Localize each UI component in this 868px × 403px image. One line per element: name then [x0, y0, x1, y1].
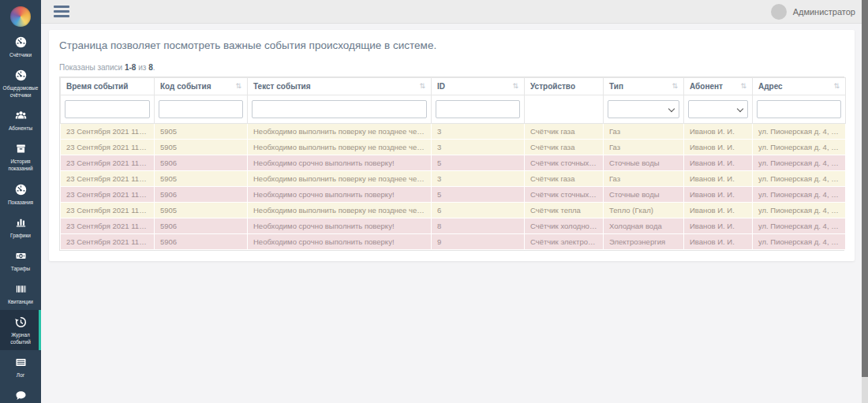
table-cell: Тепло (Гкал)	[604, 203, 684, 218]
sort-icon[interactable]: ⇅	[419, 82, 425, 90]
filter-cell	[248, 95, 432, 124]
scrollbar-track[interactable]	[862, 0, 868, 403]
filter-select-wrap	[608, 100, 679, 118]
column-header[interactable]: ⇅Текст события	[248, 78, 432, 95]
filter-select[interactable]	[608, 100, 679, 118]
sidebar-item[interactable]: Квитанции	[0, 277, 41, 310]
sidebar-item-label: Тарифы	[11, 265, 31, 272]
table-cell: 9	[432, 234, 525, 250]
table-cell: Иванов И. И.	[684, 124, 753, 140]
table-row: 23 Сентября 2021 11:07:305906Необходимо …	[61, 187, 846, 203]
table-cell: 23 Сентября 2021 11:07:27	[61, 171, 155, 187]
log-icon	[14, 356, 28, 369]
table-cell: Иванов И. И.	[684, 155, 753, 171]
table-cell: Счётчик газа	[525, 124, 604, 140]
table-cell: Иванов И. И.	[684, 218, 753, 234]
column-header[interactable]: ⇅ID	[432, 78, 525, 95]
user-name: Администратор	[793, 7, 855, 17]
sidebar-item[interactable]: Абоненты	[0, 103, 41, 136]
table-cell: Счётчик холодной воды	[525, 218, 604, 234]
table-cell: Иванов И. И.	[684, 171, 753, 187]
table-cell: Необходимо срочно выполнить поверку!	[248, 187, 432, 203]
events-table: Время событий⇅Код события⇅Текст события⇅…	[60, 77, 846, 250]
table-cell: Газ	[604, 171, 684, 187]
table-cell: Необходимо срочно выполнить поверку!	[248, 218, 432, 234]
sort-icon[interactable]: ⇅	[235, 82, 241, 90]
table-cell: 3	[432, 140, 525, 155]
table-cell: 5905	[155, 140, 248, 155]
column-header-label: Адрес	[758, 82, 783, 91]
table-row: 23 Сентября 2021 11:13:445906Необходимо …	[61, 218, 846, 234]
sidebar-item[interactable]: Чат	[0, 383, 41, 403]
filter-cell	[684, 95, 753, 124]
table-cell: Сточные воды	[604, 187, 684, 203]
page-title: Страница позволяет посмотреть важные соб…	[59, 39, 844, 51]
menu-toggle-icon[interactable]	[54, 6, 69, 17]
sidebar-item[interactable]: Счётчики	[0, 30, 41, 63]
table-row: 23 Сентября 2021 11:13:565906Необходимо …	[61, 234, 846, 250]
column-header[interactable]: ⇅Абонент	[684, 78, 753, 95]
filter-input[interactable]	[252, 100, 427, 118]
table-cell: Необходимо срочно выполнить поверку!	[248, 155, 432, 171]
topbar: Администратор	[41, 0, 868, 24]
sidebar-item[interactable]: Показания	[0, 177, 41, 211]
content-card: Страница позволяет посмотреть важные соб…	[49, 30, 855, 261]
filter-input[interactable]	[159, 100, 243, 118]
app-logo-icon[interactable]	[10, 6, 31, 27]
column-header-label: Тип	[609, 82, 623, 91]
filter-select[interactable]	[688, 100, 748, 118]
sort-icon[interactable]: ⇅	[740, 82, 746, 90]
table-cell: 23 Сентября 2021 11:04:12	[61, 124, 155, 140]
column-header-label: ID	[437, 82, 445, 91]
table-cell: 23 Сентября 2021 11:07:30	[61, 187, 155, 203]
table-cell: 5906	[155, 187, 248, 203]
sidebar-item[interactable]: История показаний	[0, 136, 41, 177]
column-header[interactable]: ⇅Тип	[604, 78, 684, 95]
table-cell: ул. Пионерская д. 4, кв. 1	[753, 140, 846, 155]
filter-cell	[432, 95, 525, 124]
filter-input[interactable]	[65, 100, 150, 118]
filter-cell	[604, 95, 684, 124]
filter-input[interactable]	[757, 100, 841, 118]
table-cell: ул. Пионерская д. 4, кв. 1	[753, 203, 846, 218]
events-table-frame: Время событий⇅Код события⇅Текст события⇅…	[59, 76, 844, 251]
sidebar-item-label: Счётчики	[9, 51, 32, 58]
sidebar-item[interactable]: Графики	[0, 211, 41, 244]
table-cell: 5906	[155, 155, 248, 171]
sidebar-item[interactable]: Общедомовые счётчики	[0, 63, 41, 103]
column-header: Время событий	[61, 78, 155, 95]
sidebar-item[interactable]: Журнал событий	[0, 310, 41, 350]
scrollbar-thumb[interactable]	[862, 0, 868, 377]
people-icon	[14, 109, 28, 122]
table-cell: ул. Пионерская д. 4, кв. 1	[753, 234, 846, 250]
sidebar-item-label: Квитанции	[8, 298, 33, 305]
user-menu[interactable]: Администратор	[771, 4, 855, 20]
filter-cell	[525, 95, 604, 124]
table-cell: ул. Пионерская д. 4, кв. 1	[753, 124, 846, 140]
sidebar-item-label: Лог	[17, 371, 24, 379]
table-cell: 5905	[155, 203, 248, 218]
sidebar-item-label: История показаний	[2, 158, 39, 172]
filter-input[interactable]	[436, 100, 520, 118]
sidebar-item[interactable]: Тарифы	[0, 244, 41, 277]
table-cell: 6	[432, 203, 525, 218]
table-cell: Газ	[604, 124, 684, 140]
table-cell: Счётчик газа	[525, 140, 604, 155]
table-cell: Иванов И. И.	[684, 187, 753, 203]
table-cell: ул. Пионерская д. 4, кв. 1	[753, 171, 846, 187]
sidebar: Счётчики Общедомовые счётчики Абоненты И…	[0, 0, 41, 403]
sidebar-item[interactable]: Лог	[0, 350, 41, 383]
sidebar-item-label: Журнал событий	[2, 331, 39, 345]
tariff-icon	[14, 249, 28, 263]
column-header[interactable]: ⇅Адрес	[753, 78, 846, 95]
sort-icon[interactable]: ⇅	[672, 82, 678, 90]
table-cell: Необходимо срочно выполнить поверку!	[248, 234, 432, 250]
barcode-icon	[14, 282, 28, 296]
table-cell: 5905	[155, 171, 248, 187]
sort-icon[interactable]: ⇅	[512, 82, 518, 90]
column-header[interactable]: ⇅Код события	[155, 78, 248, 95]
table-cell: Иванов И. И.	[684, 203, 753, 218]
column-header-label: Абонент	[690, 82, 723, 91]
table-cell: Сточные воды	[604, 155, 684, 171]
sort-icon[interactable]: ⇅	[833, 82, 840, 90]
